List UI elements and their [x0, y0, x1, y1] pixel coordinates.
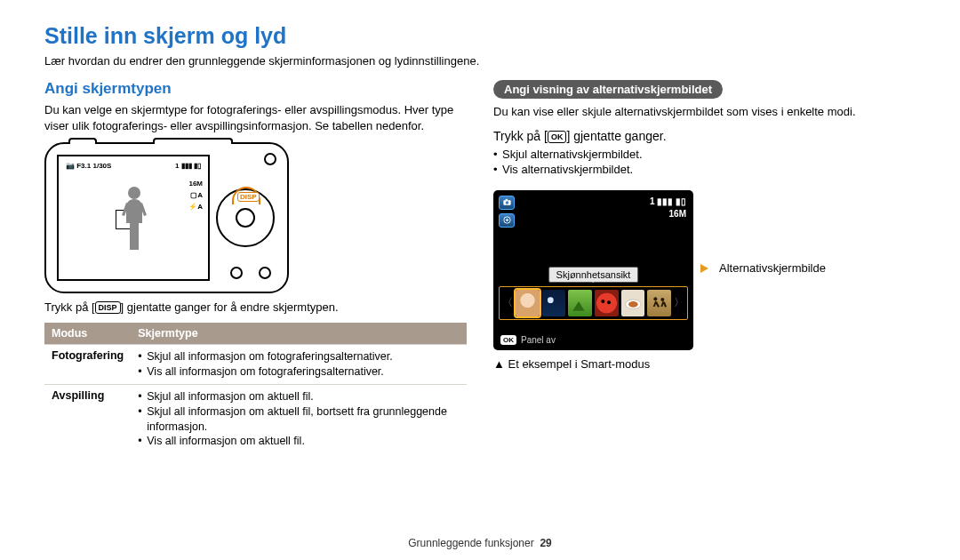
- resolution-indicator: 16M: [188, 178, 203, 189]
- svg-point-12: [628, 301, 638, 308]
- svg-rect-3: [505, 199, 507, 201]
- right-instruction: Trykk på [OK] gjentatte ganger.: [493, 129, 916, 143]
- page-intro: Lær hvordan du endrer den grunnleggende …: [44, 54, 916, 68]
- right-paragraph: Du kan vise eller skjule alternativskjer…: [493, 104, 916, 120]
- thumbnail-action-icon: [647, 290, 671, 316]
- right-pill-heading: Angi visning av alternativskjermbildet: [493, 80, 723, 99]
- strip-right-arrow-icon: 〉: [674, 295, 684, 310]
- battery-indicator: 1 ▮▮▮ ▮▯: [650, 196, 686, 208]
- thumbnail-beauty-icon: [516, 290, 540, 316]
- thumbnail-food-icon: [621, 290, 645, 316]
- page-footer: Grunnleggende funksjoner 29: [0, 537, 960, 549]
- svg-point-14: [661, 298, 665, 301]
- list-item: Vis alternativskjermbildet.: [493, 162, 916, 178]
- list-item: Skjul alternativskjermbildet.: [493, 147, 916, 163]
- thumbnail-night-icon: [542, 290, 566, 316]
- battery-indicator: 1 ▮▮▮ ▮▯: [175, 162, 201, 170]
- svg-point-10: [607, 300, 611, 304]
- alternativ-screen-diagram: 1 ▮▮▮ ▮▯ 16M Skjønnhetsansikt 〈: [493, 190, 693, 350]
- camera-lcd: 📷 F3.1 1/30S 1 ▮▮▮ ▮▯ 16M ▢A ⚡A: [57, 155, 210, 281]
- svg-point-13: [654, 297, 658, 300]
- svg-point-9: [601, 300, 604, 303]
- ok-chip-icon: OK: [500, 335, 516, 345]
- disp-icon: DISP: [95, 301, 121, 314]
- dpad-ring: DISP: [216, 188, 275, 247]
- svg-point-7: [548, 297, 554, 303]
- svg-point-6: [588, 212, 605, 228]
- small-button-2-icon: [259, 267, 271, 279]
- svg-marker-8: [573, 301, 585, 311]
- strip-left-arrow-icon: 〈: [502, 295, 513, 310]
- list-item: Vis all informasjon om fotograferingsalt…: [138, 364, 460, 380]
- ok-button-icon: [236, 208, 255, 228]
- page-title: Stille inn skjerm og lyd: [44, 23, 916, 49]
- mode-playback: Avspilling: [44, 384, 131, 453]
- list-item: Skjul all informasjon om aktuell fil.: [138, 389, 460, 404]
- th-screentype: Skjermtype: [131, 323, 467, 345]
- th-mode: Modus: [44, 323, 131, 345]
- svg-point-5: [506, 219, 508, 221]
- left-column: Angi skjermtypen Du kan velge en skjermt…: [44, 80, 467, 453]
- small-button-1-icon: [230, 267, 243, 279]
- target-mode-icon: [499, 213, 515, 228]
- flash-indicator: ⚡A: [188, 201, 203, 212]
- thumbnail-landscape-icon: [568, 290, 592, 316]
- example-caption: ▲ Et eksempel i Smart-modus: [493, 357, 916, 371]
- panel-off-label: OK Panel av: [500, 335, 556, 345]
- list-item: Skjul all informasjon om fotograferingsa…: [138, 349, 460, 364]
- power-button-icon: [264, 153, 276, 165]
- mode-shooting: Fotografering: [44, 345, 131, 385]
- af-indicator: ▢A: [188, 189, 203, 201]
- thumbnail-strip: 〈 〉: [499, 286, 688, 320]
- list-item: Skjul all informasjon om aktuell fil, bo…: [138, 404, 460, 435]
- callout-label: Alternativskjermbilde: [719, 261, 826, 275]
- list-item: Vis all informasjon om aktuell fil.: [138, 434, 460, 449]
- person-silhouette-icon: [121, 185, 148, 256]
- resolution-indicator: 16M: [650, 208, 686, 220]
- right-column: Angi visning av alternativskjermbildet D…: [493, 80, 916, 453]
- ok-icon: OK: [548, 131, 567, 143]
- columns: Angi skjermtypen Du kan velge en skjermt…: [44, 80, 916, 453]
- disp-highlight-icon: DISP: [237, 192, 260, 202]
- svg-point-2: [505, 201, 508, 204]
- beauty-face-tooltip: Skjønnhetsansikt: [548, 267, 639, 283]
- table-row: Fotografering Skjul all informasjon om f…: [44, 345, 467, 385]
- thumbnail-macro-icon: [595, 290, 619, 316]
- left-instruction: Trykk på [DISP] gjentatte ganger for å e…: [44, 300, 467, 314]
- callout-arrow-icon: [700, 264, 708, 273]
- table-row: Avspilling Skjul all informasjon om aktu…: [44, 384, 467, 453]
- mode-table: Modus Skjermtype Fotografering Skjul all…: [44, 323, 467, 453]
- left-subhead: Angi skjermtypen: [44, 80, 467, 98]
- right-bullets: Skjul alternativskjermbildet. Vis altern…: [493, 147, 916, 178]
- camera-mode-icon: [499, 196, 515, 210]
- camera-diagram: 📷 F3.1 1/30S 1 ▮▮▮ ▮▯ 16M ▢A ⚡A DI: [44, 142, 289, 293]
- left-paragraph: Du kan velge en skjermtype for fotografe…: [44, 102, 467, 133]
- aperture-shutter-text: 📷 F3.1 1/30S: [66, 162, 111, 170]
- svg-point-0: [128, 187, 140, 199]
